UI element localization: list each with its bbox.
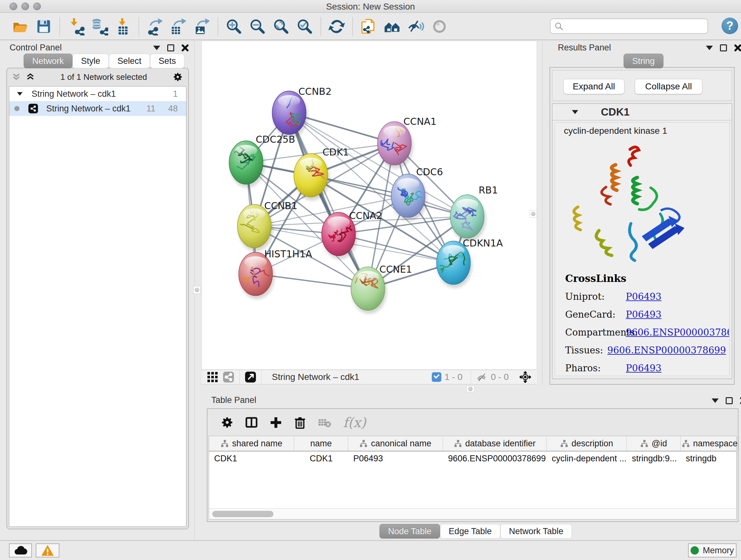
right-splitter-handle[interactable]: [530, 210, 537, 218]
search-box[interactable]: [550, 18, 708, 34]
column-header-namespace[interactable]: namespace: [681, 436, 739, 451]
network-node-HIST1H1A[interactable]: HIST1H1A: [228, 248, 312, 299]
network-node-CDC6[interactable]: CDC6: [391, 166, 443, 221]
clone-network-button[interactable]: [359, 17, 378, 36]
network-canvas[interactable]: CCNB2CCNA1CDC25BCDK1CDC6RB1CCNB1CCNA2CDK…: [202, 41, 537, 370]
collapse-all-button[interactable]: Collapse All: [635, 79, 702, 94]
open-session-button[interactable]: [10, 17, 30, 36]
export-table-button[interactable]: [169, 17, 188, 36]
column-header-databaseidentifier[interactable]: database identifier: [443, 436, 547, 451]
column-header-sharedname[interactable]: shared name: [209, 436, 294, 451]
network-node-CCNB2[interactable]: CCNB2: [272, 86, 332, 138]
collapse-entry-icon[interactable]: [572, 110, 578, 114]
crosslink-link[interactable]: 9606.ENSP00000378699: [607, 345, 726, 356]
import-network-button[interactable]: [66, 17, 85, 36]
collapse-all-icon[interactable]: [11, 72, 21, 82]
search-input[interactable]: [566, 21, 708, 31]
column-header-canonicalname[interactable]: canonical name: [348, 436, 443, 451]
network-tree: String Network – cdk1 1 String Network –…: [9, 86, 186, 527]
crosslink-link[interactable]: 9606.ENSP00000378699: [626, 327, 730, 338]
tab-network[interactable]: Network: [23, 54, 72, 68]
cloud-services-button[interactable]: [9, 543, 32, 557]
crosslink-link[interactable]: P06493: [626, 309, 662, 320]
panel-menu-icon[interactable]: [153, 46, 160, 50]
add-column-button[interactable]: [267, 414, 284, 431]
network-node-CDC25B[interactable]: CDC25B: [226, 134, 295, 188]
expand-all-button[interactable]: Expand All: [563, 79, 624, 94]
scrollbar-thumb[interactable]: [212, 511, 273, 517]
toggle-panes-icon: [245, 415, 259, 429]
gene-entry-header[interactable]: CDK1: [552, 104, 732, 120]
table-cell: stringdb:9...: [627, 454, 681, 463]
toggle-panes-button[interactable]: [243, 414, 260, 431]
network-node-CCNA1[interactable]: CCNA1: [375, 116, 436, 169]
crosslink-link[interactable]: P06493: [626, 291, 662, 302]
network-node-CCNE1[interactable]: CCNE1: [345, 264, 412, 314]
float-panel-icon[interactable]: [167, 44, 174, 51]
zoom-out-button[interactable]: [248, 17, 267, 36]
open-in-new-window-icon[interactable]: [245, 371, 256, 383]
tab-select[interactable]: Select: [109, 54, 150, 68]
refresh-button[interactable]: [327, 17, 346, 36]
export-image-button[interactable]: [192, 17, 212, 36]
network-node-RB1[interactable]: RB1: [450, 185, 498, 242]
first-neighbors-button[interactable]: [383, 17, 402, 36]
warnings-button[interactable]: [36, 543, 59, 557]
float-panel-icon[interactable]: [726, 397, 733, 404]
zoom-in-button[interactable]: [224, 17, 244, 36]
float-panel-icon[interactable]: [720, 44, 727, 51]
left-splitter-handle[interactable]: [193, 286, 200, 294]
panel-menu-icon[interactable]: [712, 398, 719, 403]
network-options-gear-icon[interactable]: [172, 71, 183, 82]
string-share-icon[interactable]: [223, 371, 234, 383]
expand-all-icon[interactable]: [25, 72, 35, 82]
tab-node-table[interactable]: Node Table: [380, 524, 440, 539]
table-options-gear-button[interactable]: [219, 414, 235, 431]
network-status-dot: [14, 106, 19, 111]
birds-eye-grid-icon[interactable]: [207, 371, 218, 383]
import-database-button[interactable]: [90, 17, 109, 36]
crosslinks-title: CrossLinks: [565, 273, 726, 284]
close-panel-icon[interactable]: [740, 397, 741, 405]
delete-columns-button[interactable]: [292, 414, 308, 431]
help-button[interactable]: ?: [722, 17, 738, 34]
network-row[interactable]: String Network – cdk1 11 48: [9, 101, 186, 116]
zoom-fit-button[interactable]: [272, 17, 291, 36]
tab-network-table[interactable]: Network Table: [500, 524, 572, 539]
export-network-button[interactable]: [145, 17, 164, 36]
tab-sets[interactable]: Sets: [150, 54, 185, 68]
tab-style[interactable]: Style: [72, 54, 109, 68]
network-node-CDK1[interactable]: CDK1: [294, 145, 349, 200]
panel-menu-icon[interactable]: [706, 46, 713, 50]
horizontal-splitter-handle[interactable]: [466, 386, 475, 392]
close-panel-icon[interactable]: [734, 44, 741, 52]
column-header-description[interactable]: description: [547, 436, 627, 451]
zoom-selected-button[interactable]: [295, 17, 314, 36]
close-panel-icon[interactable]: [181, 44, 189, 52]
crosslink-link[interactable]: P06493: [626, 363, 662, 374]
tree-expander-icon[interactable]: [17, 92, 23, 96]
import-table-button[interactable]: [113, 17, 132, 36]
network-node-CDKN1A[interactable]: CDKN1A: [434, 238, 503, 288]
pan-crosshair-icon[interactable]: [520, 371, 531, 383]
save-session-button[interactable]: [34, 17, 53, 36]
collection-label: String Network – cdk1: [31, 89, 116, 99]
tab-string[interactable]: String: [623, 54, 664, 68]
show-all-button[interactable]: [430, 17, 449, 36]
open-session-icon: [11, 17, 29, 36]
column-header-name[interactable]: name: [294, 436, 348, 451]
column-header-id[interactable]: @id: [627, 436, 681, 451]
tab-edge-table[interactable]: Edge Table: [440, 524, 500, 539]
network-node-CCNA2[interactable]: CCNA2: [322, 210, 382, 259]
table-panel: Table Panel f(x) shared namenamecanonica…: [195, 394, 741, 540]
table-row[interactable]: CDK1CDK1P064939606.ENSP00000378699cyclin…: [209, 451, 736, 465]
network-label: String Network – cdk1: [46, 104, 131, 114]
selected-checkbox[interactable]: [432, 372, 441, 382]
hidden-eye-icon[interactable]: [476, 371, 488, 383]
gene-description: cyclin-dependent kinase 1: [564, 126, 667, 136]
network-collection-row[interactable]: String Network – cdk1 1: [9, 86, 186, 101]
node-table-box: f(x) shared namenamecanonical namedataba…: [207, 408, 738, 522]
hide-selected-button[interactable]: [406, 17, 425, 36]
table-horizontal-scrollbar[interactable]: [209, 508, 736, 519]
memory-button[interactable]: Memory: [688, 543, 737, 557]
